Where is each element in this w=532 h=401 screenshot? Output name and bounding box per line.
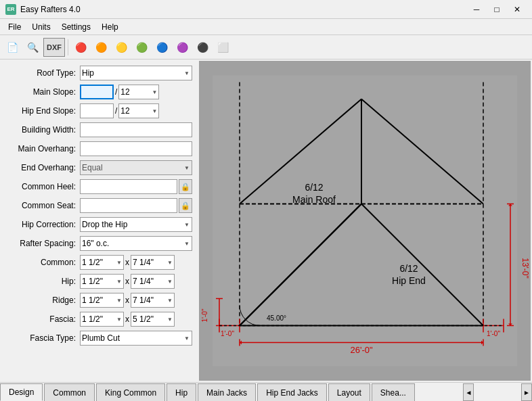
rafter-spacing-label: Rafter Spacing: <box>5 239 80 248</box>
common-h-select[interactable]: 7 1/4"5 1/2" <box>131 255 175 270</box>
common-heel-input[interactable]: 5 3/8" <box>80 179 177 194</box>
svg-text:Main Roof: Main Roof <box>292 194 336 205</box>
ridge-lumber-row: Ridge: 1 1/2" x 7 1/4"5 1/2" <box>5 292 192 308</box>
fascia-type-select[interactable]: Plumb Cut Square Cut <box>80 331 192 346</box>
roof-type-select[interactable]: Hip Gable Dutch Hip <box>80 66 192 80</box>
tab-scroll-right[interactable]: ► <box>521 383 532 401</box>
menu-help[interactable]: Help <box>96 21 124 33</box>
hip-end-slope-denom-wrap: 121110 <box>118 103 159 118</box>
end-overhang-select[interactable]: Equal <box>80 160 192 175</box>
toolbar-find-btn[interactable]: 🔍 <box>23 38 42 57</box>
toolbar-btn-1[interactable]: 🔴 <box>71 38 90 57</box>
hip-correction-label: Hip Correction: <box>5 220 80 229</box>
fascia-lumber-inputs: 1 1/2" x 5 1/2"7 1/4" <box>80 312 192 327</box>
hip-end-slope-slash: / <box>115 106 117 116</box>
rafter-spacing-select-wrapper: 16" o.c. 12" o.c. 24" o.c. <box>80 236 192 251</box>
ridge-lumber-inputs: 1 1/2" x 7 1/4"5 1/2" <box>80 293 192 308</box>
common-x: x <box>125 258 129 267</box>
main-slope-slash: / <box>115 87 117 97</box>
common-lumber-inputs: 1 1/2" x 7 1/4"5 1/2" <box>80 255 192 270</box>
hip-end-slope-denominator-select[interactable]: 121110 <box>118 103 159 118</box>
toolbar-btn-4[interactable]: 🟢 <box>132 38 151 57</box>
roof-type-row: Roof Type: Hip Gable Dutch Hip <box>5 65 192 81</box>
fascia-h-wrap: 5 1/2"7 1/4" <box>131 312 175 327</box>
title-bar: ER Easy Rafters 4.0 ─ □ ✕ <box>0 0 532 19</box>
toolbar-copy-btn[interactable]: DXF <box>43 38 65 57</box>
hip-lumber-row: Hip: 1 1/2" x 7 1/4"5 1/2" <box>5 273 192 289</box>
svg-text:Hip End: Hip End <box>392 275 426 286</box>
menu-settings[interactable]: Settings <box>56 21 96 33</box>
menu-bar: File Units Settings Help <box>0 19 532 35</box>
hip-end-slope-numerator-input[interactable]: 6 <box>80 103 114 118</box>
hip-end-slope-fraction: 6 / 121110 <box>80 103 159 118</box>
toolbar-btn-7[interactable]: ⚫ <box>193 38 212 57</box>
hip-h-select[interactable]: 7 1/4"5 1/2" <box>131 274 175 289</box>
toolbar-btn-6[interactable]: 🟣 <box>173 38 192 57</box>
roof-diagram: 26'-0" 1'-0" 1'-0" 13'-0" 1'-0" <box>199 61 531 381</box>
hip-lumber-label: Hip: <box>5 277 80 286</box>
main-slope-denom-wrap: 121110 <box>118 85 159 99</box>
common-h-wrap: 7 1/4"5 1/2" <box>131 255 175 270</box>
fascia-w-select[interactable]: 1 1/2" <box>80 312 124 327</box>
menu-units[interactable]: Units <box>26 21 56 33</box>
common-heel-lock-btn[interactable]: 🔒 <box>179 179 192 194</box>
ridge-lumber-label: Ridge: <box>5 296 80 305</box>
svg-text:1'-0": 1'-0" <box>487 330 500 337</box>
tab-layout[interactable]: Layout <box>328 383 370 401</box>
tab-king-common[interactable]: King Common <box>96 383 165 401</box>
common-w-select[interactable]: 1 1/2" <box>80 255 124 270</box>
tab-sheathing[interactable]: Shea... <box>372 383 415 401</box>
hip-w-wrap: 1 1/2" <box>80 274 124 289</box>
fascia-type-label: Fascia Type: <box>5 333 80 343</box>
building-width-input[interactable]: 26'-0" <box>80 122 192 137</box>
common-w-wrap: 1 1/2" <box>80 255 124 270</box>
main-slope-denominator-select[interactable]: 121110 <box>118 85 159 99</box>
app-title: Easy Rafters 4.0 <box>20 5 81 14</box>
fascia-lumber-label: Fascia: <box>5 314 80 324</box>
roof-type-label: Roof Type: <box>5 68 80 78</box>
end-overhang-row: End Overhang: Equal <box>5 160 192 176</box>
fascia-type-select-wrapper: Plumb Cut Square Cut <box>80 331 192 346</box>
toolbar-sep-1 <box>68 39 68 55</box>
common-lumber-row: Common: 1 1/2" x 7 1/4"5 1/2" <box>5 254 192 270</box>
common-seat-input[interactable]: 5 3/8" <box>80 198 177 213</box>
maximize-button[interactable]: □ <box>487 2 506 17</box>
ridge-h-wrap: 7 1/4"5 1/2" <box>131 293 175 308</box>
tab-common[interactable]: Common <box>44 383 95 401</box>
hip-end-slope-row: Hip End Slope: 6 / 121110 <box>5 103 192 119</box>
main-overhang-row: Main Overhang: 1'-0" <box>5 141 192 157</box>
fascia-w-wrap: 1 1/2" <box>80 312 124 327</box>
main-overhang-input[interactable]: 1'-0" <box>80 141 192 156</box>
svg-text:45.00°: 45.00° <box>267 314 286 322</box>
menu-file[interactable]: File <box>3 21 26 33</box>
main-slope-numerator-input[interactable]: 6 <box>80 85 114 99</box>
tab-design[interactable]: Design <box>0 383 43 401</box>
rafter-spacing-row: Rafter Spacing: 16" o.c. 12" o.c. 24" o.… <box>5 235 192 252</box>
tab-scroll-left[interactable]: ◄ <box>463 383 474 401</box>
hip-correction-select[interactable]: Drop the Hip Back the Hip None <box>80 217 192 232</box>
toolbar-btn-3[interactable]: 🟡 <box>112 38 131 57</box>
ridge-w-wrap: 1 1/2" <box>80 293 124 308</box>
hip-lumber-inputs: 1 1/2" x 7 1/4"5 1/2" <box>80 274 192 289</box>
toolbar-open-btn[interactable]: 📄 <box>3 38 22 57</box>
main-slope-fraction: 6 / 121110 <box>80 85 159 99</box>
minimize-button[interactable]: ─ <box>467 2 486 17</box>
tab-hip[interactable]: Hip <box>167 383 196 401</box>
close-button[interactable]: ✕ <box>508 2 527 17</box>
svg-text:26'-0": 26'-0" <box>350 345 373 355</box>
tab-main-jacks[interactable]: Main Jacks <box>198 383 256 401</box>
toolbar-btn-8[interactable]: ⬜ <box>213 38 232 57</box>
toolbar-btn-2[interactable]: 🟠 <box>91 38 110 57</box>
fascia-lumber-row: Fascia: 1 1/2" x 5 1/2"7 1/4" <box>5 311 192 327</box>
hip-w-select[interactable]: 1 1/2" <box>80 274 124 289</box>
diagram-panel: 26'-0" 1'-0" 1'-0" 13'-0" 1'-0" <box>199 61 531 381</box>
fascia-h-select[interactable]: 5 1/2"7 1/4" <box>131 312 175 327</box>
ridge-w-select[interactable]: 1 1/2" <box>80 293 124 308</box>
left-panel: Roof Type: Hip Gable Dutch Hip Main Slop… <box>0 60 198 382</box>
tab-hip-end-jacks[interactable]: Hip End Jacks <box>257 383 327 401</box>
svg-rect-1 <box>213 76 517 367</box>
rafter-spacing-select[interactable]: 16" o.c. 12" o.c. 24" o.c. <box>80 236 192 251</box>
toolbar-btn-5[interactable]: 🔵 <box>152 38 171 57</box>
ridge-h-select[interactable]: 7 1/4"5 1/2" <box>131 293 175 308</box>
common-seat-lock-btn[interactable]: 🔒 <box>179 198 192 213</box>
